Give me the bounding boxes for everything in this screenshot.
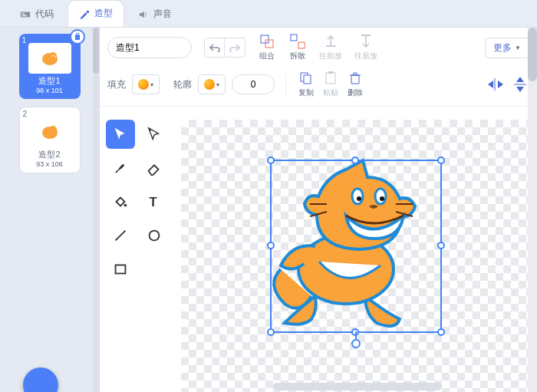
page-scroll-thumb[interactable]	[528, 28, 537, 81]
svg-point-5	[49, 52, 57, 60]
resize-handle-nw[interactable]	[267, 156, 275, 164]
svg-point-19	[124, 204, 127, 207]
sidebar-scroll-thumb[interactable]	[93, 28, 99, 74]
canvas-horizontal-scrollbar[interactable]	[273, 383, 442, 390]
reshape-tool[interactable]	[140, 120, 169, 149]
outline-color-swatch	[204, 79, 215, 90]
svg-rect-8	[261, 35, 268, 43]
delete-costume-button[interactable]	[70, 29, 85, 44]
more-dropdown[interactable]: 更多 ▼	[485, 38, 529, 58]
outline-width-input[interactable]	[232, 74, 275, 94]
costume-dims: 93 x 106	[23, 160, 77, 168]
ungroup-button[interactable]: 拆散	[288, 34, 307, 61]
code-icon	[20, 9, 31, 20]
costume-name-input[interactable]	[107, 37, 192, 58]
paste-icon	[321, 71, 340, 86]
eraser-tool[interactable]	[140, 153, 169, 183]
chevron-down-icon: ▾	[216, 81, 219, 88]
brush-tab-icon	[79, 8, 90, 19]
costume-thumbnail	[28, 117, 71, 147]
costume-item-1[interactable]: 1 造型1 96 x 101	[19, 34, 81, 99]
tab-code[interactable]: 代码	[9, 2, 64, 27]
costume-name: 造型2	[23, 149, 77, 160]
tab-costume-label: 造型	[94, 7, 113, 20]
rotation-handle[interactable]	[351, 339, 361, 348]
costume-name: 造型1	[22, 75, 77, 87]
rect-tool[interactable]	[106, 255, 135, 284]
group-icon	[258, 34, 276, 49]
flip-vertical-button[interactable]	[511, 75, 529, 94]
circle-tool[interactable]	[140, 221, 169, 250]
resize-handle-e[interactable]	[437, 242, 445, 249]
select-tool[interactable]	[106, 120, 135, 149]
svg-rect-10	[291, 35, 297, 41]
paste-button[interactable]: 粘贴	[321, 71, 340, 98]
svg-rect-15	[304, 75, 311, 84]
delete-button[interactable]: 删除	[346, 71, 364, 98]
resize-handle-w[interactable]	[267, 242, 275, 249]
add-costume-fab[interactable]	[23, 367, 58, 392]
svg-point-3	[87, 10, 90, 13]
tool-palette: T	[106, 120, 169, 284]
paint-canvas[interactable]	[181, 120, 537, 392]
copy-icon	[297, 71, 315, 86]
costume-dims: 96 x 101	[22, 87, 77, 94]
costume-item-2[interactable]: 2 造型2 93 x 106	[19, 107, 81, 173]
resize-handle-ne[interactable]	[437, 156, 445, 164]
svg-rect-11	[298, 42, 305, 48]
svg-line-21	[116, 231, 126, 241]
svg-rect-13	[361, 35, 371, 36]
undo-button[interactable]	[205, 38, 225, 57]
fill-tool[interactable]	[106, 187, 135, 216]
fill-label: 填充	[107, 78, 126, 91]
page-scrollbar[interactable]	[528, 28, 537, 392]
rotation-stem	[355, 331, 357, 339]
brush-tool[interactable]	[106, 153, 135, 183]
resize-handle-sw[interactable]	[267, 328, 275, 336]
svg-text:T: T	[150, 195, 157, 209]
svg-rect-16	[326, 73, 335, 84]
redo-button[interactable]	[225, 38, 245, 57]
svg-point-18	[149, 129, 151, 131]
svg-rect-1	[22, 13, 25, 14]
costume-list: 1 造型1 96 x 101 2 造型2 93 x 106	[0, 28, 100, 392]
sound-icon	[138, 9, 149, 20]
divider	[285, 73, 286, 96]
group-button[interactable]: 组合	[258, 34, 276, 61]
svg-rect-9	[265, 40, 273, 48]
line-tool[interactable]	[106, 221, 135, 250]
svg-rect-23	[116, 265, 126, 274]
text-tool[interactable]: T	[140, 187, 169, 216]
forward-button[interactable]: 往前放	[319, 34, 342, 61]
forward-icon	[321, 34, 340, 49]
svg-rect-0	[21, 12, 30, 17]
editor-tabs: 代码 造型 声音	[0, 0, 537, 28]
fill-color-picker[interactable]: ▾	[132, 74, 160, 94]
tab-costume[interactable]: 造型	[68, 0, 124, 27]
outline-label: 轮廓	[173, 78, 192, 91]
costume-thumbnail	[28, 43, 71, 74]
costume-index: 2	[23, 110, 28, 118]
resize-handle-n[interactable]	[351, 156, 359, 164]
svg-point-7	[49, 126, 57, 133]
toolbar-row-1: 组合 拆散 往前放 往后放 更多 ▼	[100, 28, 537, 68]
ungroup-icon	[288, 34, 307, 49]
chevron-down-icon: ▾	[150, 81, 153, 88]
flip-horizontal-button[interactable]	[486, 75, 505, 94]
selection-box[interactable]	[270, 160, 442, 333]
tab-sound[interactable]: 声音	[127, 2, 183, 27]
resize-handle-se[interactable]	[437, 328, 445, 336]
backward-button[interactable]: 往后放	[354, 34, 377, 61]
svg-rect-17	[328, 71, 333, 74]
chevron-down-icon: ▼	[515, 44, 521, 51]
trash-icon	[346, 71, 364, 86]
backward-icon	[357, 34, 375, 49]
sidebar-scrollbar[interactable]	[93, 28, 99, 392]
copy-button[interactable]: 复制	[297, 71, 315, 98]
tab-code-label: 代码	[35, 8, 54, 21]
outline-color-picker[interactable]: ▾	[198, 74, 226, 94]
fill-color-swatch	[138, 79, 149, 90]
canvas-area	[181, 120, 537, 392]
toolbar-row-2: 填充 ▾ 轮廓 ▾ 复制 粘贴 删除	[100, 68, 537, 107]
tab-sound-label: 声音	[153, 8, 172, 21]
